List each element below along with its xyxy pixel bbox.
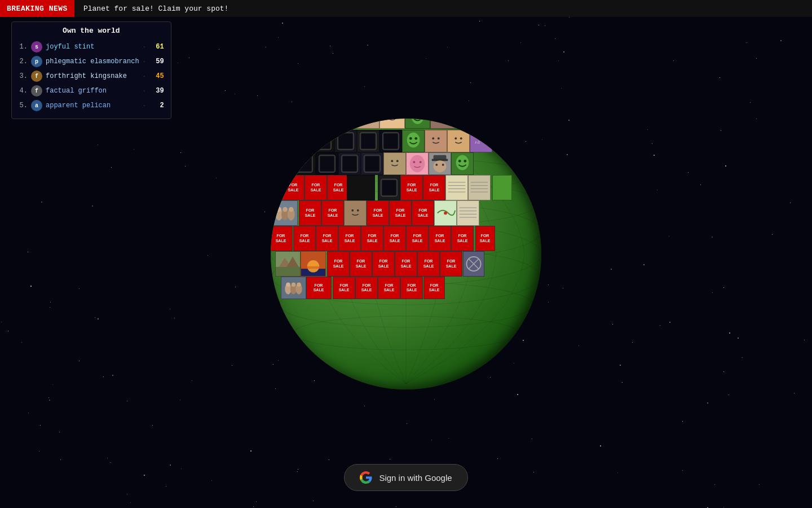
globe-tile[interactable]: FORSALE [423,277,445,299]
globe-tile[interactable] [451,152,474,175]
globe-tile[interactable] [357,130,379,152]
globe-tile[interactable]: FORSALE [451,226,474,251]
globe-tile[interactable] [361,152,383,175]
globe-wrapper[interactable]: ♪♫ [271,119,541,389]
svg-point-70 [420,161,422,163]
svg-point-117 [307,260,319,273]
globe-tile[interactable]: FORSALE [406,226,429,251]
globe-tile[interactable] [457,200,479,226]
globe-tile[interactable] [275,251,301,277]
globe-tile[interactable]: FORSALE [333,277,355,299]
globe-tile[interactable]: FORSALE [378,277,400,299]
globe-tile[interactable]: FORSALE [304,175,327,200]
globe-tile[interactable] [481,119,506,129]
globe-tile[interactable]: FORSALE [417,251,440,277]
globe-tile[interactable] [271,175,282,200]
svg-rect-62 [343,156,357,172]
globe-base[interactable]: ♪♫ [271,119,541,389]
globe-tile[interactable]: FORSALE [299,200,321,226]
svg-rect-71 [434,155,447,160]
globe-tile[interactable] [383,152,406,175]
globe-tile[interactable] [463,251,484,277]
globe-tile[interactable] [347,175,375,200]
globe-tile[interactable] [447,130,470,152]
score-dots: · [143,73,147,80]
globe-tile[interactable]: FORSALE [355,277,378,299]
globe-tile[interactable] [378,175,400,200]
svg-rect-37 [294,134,308,149]
svg-point-99 [283,207,288,212]
svg-point-77 [458,160,461,163]
svg-point-69 [413,161,415,163]
globe-tile[interactable] [379,130,402,152]
globe-tile[interactable]: FORSALE [372,251,395,277]
signin-button[interactable]: Sign in with Google [344,464,468,491]
globe-tile[interactable] [338,152,361,175]
tiles-area[interactable]: ♪♫ [271,119,541,389]
globe-tile[interactable]: FORSALE [400,175,423,200]
globe-tile[interactable] [406,152,429,175]
player-name: joyful stint [46,43,139,51]
svg-rect-36 [293,133,309,150]
globe-tile[interactable] [445,175,468,200]
globe-tile[interactable] [456,119,481,129]
globe-tile[interactable] [303,119,329,129]
globe-tile[interactable] [492,175,512,200]
globe-tile[interactable]: FORSALE [389,200,412,226]
globe-tile[interactable]: FORSALE [361,226,383,251]
globe-tile[interactable]: FORSALE [475,226,495,251]
svg-rect-60 [320,156,334,172]
player-score: 39 [151,87,164,95]
svg-rect-118 [301,266,325,269]
globe-tile[interactable] [275,119,301,129]
svg-rect-84 [446,177,467,199]
globe-tile[interactable] [429,152,451,175]
globe-tile[interactable]: FORSALE [423,175,445,200]
leaderboard-panel: Own the world 1. s joyful stint · 61 2. … [11,21,171,119]
globe-tile[interactable] [344,200,367,226]
svg-point-100 [288,207,293,212]
globe-tile[interactable] [405,119,430,129]
globe-tile[interactable] [434,200,457,226]
signin-label: Sign in with Google [379,473,452,483]
svg-point-51 [438,137,440,139]
player-avatar: s [31,41,42,52]
globe-tile[interactable]: FORSALE [440,251,462,277]
globe-tile[interactable]: FORSALE [338,226,361,251]
globe-tile[interactable] [289,130,312,152]
globe-tile[interactable]: FORSALE [293,226,316,251]
globe-tile[interactable] [301,251,326,277]
globe-tile[interactable] [272,200,298,226]
player-avatar: a [31,100,42,111]
svg-point-127 [297,283,301,287]
leaderboard-rows: 1. s joyful stint · 61 2. p phlegmatic e… [19,40,164,113]
rank-number: 5. [19,102,28,110]
globe-tile[interactable]: FORSALE [429,226,451,251]
globe-tile[interactable]: FORSALE [327,251,350,277]
globe-tile[interactable] [430,119,456,129]
globe-tile[interactable]: FORSALE [316,226,338,251]
breaking-news-text: Planet for sale! Claim your spot! [74,0,812,17]
globe-tile[interactable]: FORSALE [327,175,350,200]
globe-tile[interactable] [281,277,306,299]
player-name: phlegmatic elasmobranch [46,58,139,65]
globe-tile[interactable]: FORSALE [400,277,423,299]
svg-point-103 [357,209,359,212]
globe-tile[interactable] [329,119,354,129]
globe-container[interactable]: ♪♫ [271,119,541,389]
globe-tile[interactable]: FORSALE [395,251,417,277]
globe-tile[interactable]: FORSALE [367,200,389,226]
globe-tile[interactable] [334,130,357,152]
globe-tile[interactable] [468,175,491,200]
globe-tile[interactable] [425,130,447,152]
globe-tile[interactable]: FORSALE [271,226,293,251]
globe-tile[interactable]: FORSALE [306,277,332,299]
globe-tile[interactable]: FORSALE [383,226,406,251]
globe-tile[interactable]: FORSALE [412,200,434,226]
globe-tile[interactable]: FORSALE [350,251,372,277]
globe-tile[interactable] [316,152,338,175]
globe-tile[interactable]: FORSALE [321,200,344,226]
player-score: 45 [151,72,164,80]
svg-point-73 [434,160,447,172]
globe-tile[interactable] [402,130,425,152]
